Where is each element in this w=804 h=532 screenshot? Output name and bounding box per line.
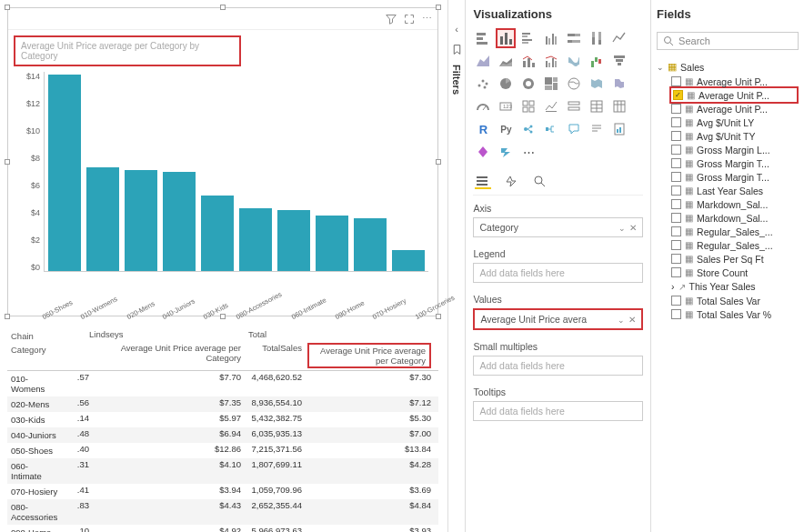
field-item[interactable]: ▦Average Unit P... [657,102,799,115]
col-category[interactable]: Category [7,343,62,368]
bar[interactable] [163,172,196,272]
filter-icon[interactable] [386,14,397,25]
hierarchy-node[interactable]: › ↗ This Year Sales [657,279,799,294]
remove-field-icon[interactable]: ✕ [629,223,637,233]
table-row[interactable]: 050-Shoes.40$12.867,215,371.56$13.84 [7,443,438,458]
field-item[interactable]: ▦Regular_Sales_... [657,225,799,238]
bookmark-icon[interactable] [451,44,463,55]
checkbox[interactable] [671,199,681,209]
expand-icon[interactable]: ⌄ [657,63,664,72]
paginated-icon[interactable] [609,119,629,139]
bar[interactable] [316,216,348,271]
pie-icon[interactable] [496,74,516,94]
tooltips-well[interactable]: Add data fields here [473,401,643,421]
stacked-column-icon[interactable] [496,28,516,48]
checkbox[interactable] [671,226,681,236]
r-visual-icon[interactable]: R [473,119,493,139]
bar[interactable] [86,167,119,271]
table-icon[interactable] [587,96,607,116]
bar-chart-visual[interactable]: ⋯ Average Unit Price average per Categor… [7,7,438,316]
table-row[interactable]: 080-Accessories.83$4.432,652,355.44$4.84 [7,499,438,525]
filters-label[interactable]: Filters [451,65,462,95]
decomposition-icon[interactable] [541,119,561,139]
checkbox[interactable] [671,117,681,127]
stacked-bar-100-icon[interactable] [564,28,584,48]
automate-icon[interactable] [496,142,516,162]
bar[interactable] [277,210,310,271]
field-item[interactable]: ▦Avg $/Unit TY [657,129,799,143]
kpi-icon[interactable] [541,96,561,116]
bar[interactable] [125,170,157,271]
table-row[interactable]: 040-Juniors.48$6.946,035,935.13$7.00 [7,427,438,443]
shape-map-icon[interactable] [609,74,629,94]
focus-mode-icon[interactable] [404,14,415,25]
col-totalsales[interactable]: TotalSales [248,343,307,368]
resize-handle[interactable] [436,5,441,10]
checkbox[interactable] [671,296,681,306]
line-clustered-column-icon[interactable] [541,51,561,71]
waterfall-icon[interactable] [587,51,607,71]
field-item[interactable]: ▦Last Year Sales [657,184,799,197]
matrix-icon[interactable] [609,96,629,116]
small-multiples-well[interactable]: Add data fields here [473,356,643,376]
table-row[interactable]: 090-Home.10$4.925,966,973.63$3.93 [7,525,438,532]
field-item[interactable]: ▦Store Count [657,266,799,279]
ribbon-chart-icon[interactable] [564,51,584,71]
clustered-column-icon[interactable] [541,28,561,48]
checkbox[interactable] [671,309,681,319]
chevron-down-icon[interactable]: ⌄ [618,224,626,233]
checkbox[interactable] [671,145,681,155]
clustered-bar-icon[interactable] [518,28,538,48]
axis-well[interactable]: Category⌄✕ [473,217,643,237]
field-item[interactable]: ▦Markdown_Sal... [657,197,799,211]
field-item[interactable]: ▦Regular_Sales_... [657,238,799,252]
checkbox[interactable] [671,158,681,168]
checkbox[interactable] [671,240,681,250]
resize-handle[interactable] [5,5,10,10]
table-row[interactable]: 020-Mens.56$7.358,936,554.10$7.12 [7,396,438,412]
fields-tab-icon[interactable] [475,175,491,189]
qa-visual-icon[interactable] [564,119,584,139]
checkbox[interactable] [671,172,681,182]
bar[interactable] [392,250,425,271]
field-item[interactable]: ▦Gross Margin L... [657,143,799,156]
narrative-icon[interactable] [587,119,607,139]
powerapps-icon[interactable] [473,142,493,162]
checkbox[interactable] [671,186,681,196]
resize-handle[interactable] [220,5,226,10]
stacked-bar-icon[interactable] [473,28,493,48]
funnel-icon[interactable] [609,51,629,71]
checkbox[interactable] [671,254,681,264]
checkbox[interactable] [671,267,681,277]
line-column-icon[interactable] [518,51,538,71]
table-node-sales[interactable]: ⌄ ▦ Sales [657,59,799,75]
checkbox[interactable] [671,104,681,114]
map-icon[interactable] [564,74,584,94]
resize-handle[interactable] [436,314,441,319]
stacked-column-100-icon[interactable] [587,28,607,48]
checkbox[interactable] [671,131,681,141]
field-item[interactable]: ▦Total Sales Var % [657,307,799,321]
legend-well[interactable]: Add data fields here [473,263,643,283]
bar[interactable] [48,75,81,271]
filled-map-icon[interactable] [587,74,607,94]
field-item[interactable]: ▦Markdown_Sal... [657,211,799,225]
field-item[interactable]: ▦Gross Margin T... [657,170,799,184]
analytics-tab-icon[interactable] [533,175,549,189]
col-avg2-highlighted[interactable]: Average Unit Price average per Category [307,343,431,368]
slicer-icon[interactable] [564,96,584,116]
table-row[interactable]: 070-Hosiery.41$3.941,059,709.96$3.69 [7,484,438,499]
treemap-icon[interactable] [541,74,561,94]
line-chart-icon[interactable] [609,28,629,48]
resize-handle[interactable] [5,314,10,319]
remove-field-icon[interactable]: ✕ [628,315,636,325]
resize-handle[interactable] [220,314,226,319]
field-item[interactable]: ▦Avg $/Unit LY [657,115,799,129]
resize-handle[interactable] [5,159,10,165]
checkbox[interactable] [671,213,681,223]
checkbox[interactable] [671,76,681,86]
table-row[interactable]: 010-Womens.57$7.704,468,620.52$7.30 [7,371,438,396]
stacked-area-icon[interactable] [496,51,516,71]
field-item[interactable]: ▦Sales Per Sq Ft [657,252,799,266]
python-visual-icon[interactable]: Py [496,119,516,139]
